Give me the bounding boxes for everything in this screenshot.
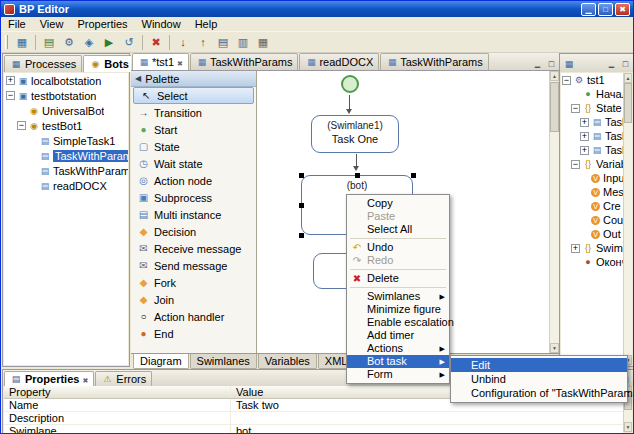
selection-handle[interactable] xyxy=(299,173,304,178)
palette-item-transition[interactable]: →Transition xyxy=(131,104,256,121)
scroll-up-icon[interactable] xyxy=(624,73,632,83)
outline-item-variable[interactable]: Out xyxy=(561,227,632,241)
tree-item-localbotstation[interactable]: ▣localbotstation xyxy=(4,73,128,88)
expander-icon[interactable] xyxy=(6,76,15,85)
window-close-button[interactable] xyxy=(615,3,630,16)
column-property[interactable]: Property xyxy=(4,386,231,398)
tree-item-testbotstation[interactable]: ▣testbotstation xyxy=(4,88,128,103)
expander-icon[interactable] xyxy=(580,132,589,141)
maximize-view-icon[interactable] xyxy=(619,58,632,70)
canvas-vscrollbar[interactable] xyxy=(549,71,559,353)
expander-icon[interactable] xyxy=(562,76,571,85)
tree-item-simpletask1[interactable]: ▤SimpleTask1 xyxy=(4,133,128,148)
expander-icon[interactable] xyxy=(571,160,580,169)
palette-item-state[interactable]: ▢State xyxy=(131,138,256,155)
scroll-down-icon[interactable] xyxy=(550,343,559,353)
collapse-palette-icon[interactable]: ◀ xyxy=(135,74,141,83)
ctx-enable-escalation[interactable]: Enable escalation xyxy=(347,316,449,329)
toolbar-drag-handle[interactable] xyxy=(5,35,8,49)
window-minimize-button[interactable] xyxy=(581,3,596,16)
property-row-description[interactable]: Description xyxy=(4,412,623,425)
outline-item-state[interactable]: {}State xyxy=(561,101,632,115)
tree-item-universalbot[interactable]: ◉UniversalBot xyxy=(4,103,128,118)
selection-handle[interactable] xyxy=(411,173,416,178)
close-icon[interactable] xyxy=(82,373,88,385)
outline-item-start[interactable]: ●Начало xyxy=(561,87,632,101)
value-cell[interactable] xyxy=(231,412,623,424)
tab-processes[interactable]: ▦Processes xyxy=(4,55,82,72)
minimize-view-icon[interactable] xyxy=(605,58,618,70)
task-one-node[interactable]: (Swimlane1) Task One xyxy=(311,115,399,153)
palette-item-action-handler[interactable]: ○Action handler xyxy=(131,308,256,325)
expander-icon[interactable] xyxy=(571,244,580,253)
outline-vscrollbar[interactable] xyxy=(623,73,632,365)
palette-item-start[interactable]: ●Start xyxy=(131,121,256,138)
menu-window[interactable]: Window xyxy=(135,17,188,32)
delete-button[interactable]: ✖ xyxy=(146,33,166,51)
outline-item-variable[interactable]: Mes xyxy=(561,185,632,199)
outline-item-task[interactable]: ▤Task xyxy=(561,129,632,143)
tree-item-testbot1[interactable]: ◉testBot1 xyxy=(4,118,128,133)
palette-item-end[interactable]: ●End xyxy=(131,325,256,342)
editor-tab-tst1[interactable]: ▦*tst1 xyxy=(132,53,189,70)
outline-item-variable[interactable]: Inpu xyxy=(561,171,632,185)
scroll-thumb[interactable] xyxy=(550,82,559,132)
refresh-button[interactable]: ↺ xyxy=(119,33,139,51)
palette-item-action-node[interactable]: ◎Action node xyxy=(131,172,256,189)
palette-item-select[interactable]: ↖Select xyxy=(133,87,254,104)
ctx-add-timer[interactable]: Add timer xyxy=(347,329,449,342)
editor-tab-taskwithparams-2[interactable]: ▦TaskWithParams xyxy=(380,53,489,70)
save-all-button[interactable]: ▥ xyxy=(233,33,253,51)
ctx-copy[interactable]: Copy xyxy=(347,197,449,210)
expander-icon[interactable] xyxy=(6,91,15,100)
menu-help[interactable]: Help xyxy=(188,17,225,32)
palette-item-fork[interactable]: ◆Fork xyxy=(131,274,256,291)
tab-variables[interactable]: Variables xyxy=(258,354,317,369)
ctx-bot-task[interactable]: Bot task xyxy=(347,355,449,368)
scroll-thumb[interactable] xyxy=(624,83,632,123)
palette-item-receive-message[interactable]: ✉Receive message xyxy=(131,240,256,257)
selection-handle[interactable] xyxy=(355,173,360,178)
editor-tab-readdocx[interactable]: ▦readDOCX xyxy=(299,53,379,70)
outline-item-end[interactable]: ●Окончан xyxy=(561,255,632,269)
menu-file[interactable]: File xyxy=(1,17,33,32)
outline-item-task[interactable]: ▤Task xyxy=(561,143,632,157)
ctx-redo[interactable]: ↷Redo xyxy=(347,254,449,267)
ctx-actions[interactable]: Actions xyxy=(347,342,449,355)
maximize-editor-icon[interactable] xyxy=(545,58,558,70)
submenu-configuration[interactable]: Configuration of "TaskWithParams" xyxy=(451,386,627,400)
new-process-button[interactable]: ▤ xyxy=(39,33,59,51)
outline-item-variables[interactable]: {}Variable xyxy=(561,157,632,171)
palette-item-send-message[interactable]: ✉Send message xyxy=(131,257,256,274)
selection-handle[interactable] xyxy=(299,233,304,238)
titlebar[interactable]: BP Editor xyxy=(1,1,633,17)
menu-properties[interactable]: Properties xyxy=(70,17,134,32)
ctx-select-all[interactable]: Select All xyxy=(347,223,449,236)
tree-item-readdocx[interactable]: ▤readDOCX xyxy=(4,178,128,193)
palette-item-wait-state[interactable]: ◷Wait state xyxy=(131,155,256,172)
tab-swimlanes[interactable]: Swimlanes xyxy=(190,354,257,369)
ctx-minimize-figure[interactable]: Minimize figure xyxy=(347,303,449,316)
tab-diagram[interactable]: Diagram xyxy=(133,354,189,369)
scroll-up-icon[interactable] xyxy=(550,71,559,81)
print-button[interactable]: ▦ xyxy=(253,33,273,51)
palette-item-subprocess[interactable]: ▣Subprocess xyxy=(131,189,256,206)
property-row-swimlane[interactable]: Swimlane bot xyxy=(4,425,623,434)
bot-station-button[interactable]: ◈ xyxy=(79,33,99,51)
tab-properties[interactable]: ▤Properties xyxy=(4,371,94,386)
palette-item-join[interactable]: ◆Join xyxy=(131,291,256,308)
scroll-down-icon[interactable] xyxy=(624,422,632,432)
export-button[interactable]: ↑ xyxy=(193,33,213,51)
outline-item-tst1[interactable]: ⚙tst1 xyxy=(561,73,632,87)
palette-header[interactable]: ◀Palette xyxy=(131,71,256,87)
save-button[interactable]: ▤ xyxy=(213,33,233,51)
ctx-paste[interactable]: Paste xyxy=(347,210,449,223)
window-maximize-button[interactable] xyxy=(598,3,613,16)
expander-icon[interactable] xyxy=(571,104,580,113)
start-node[interactable] xyxy=(341,75,359,93)
ctx-undo[interactable]: ↶Undo xyxy=(347,241,449,254)
palette-item-decision[interactable]: ◆Decision xyxy=(131,223,256,240)
minimize-editor-icon[interactable] xyxy=(531,58,544,70)
tree-item-taskwithparams[interactable]: ▤TaskWithParams xyxy=(4,148,128,163)
selection-handle[interactable] xyxy=(299,203,304,208)
